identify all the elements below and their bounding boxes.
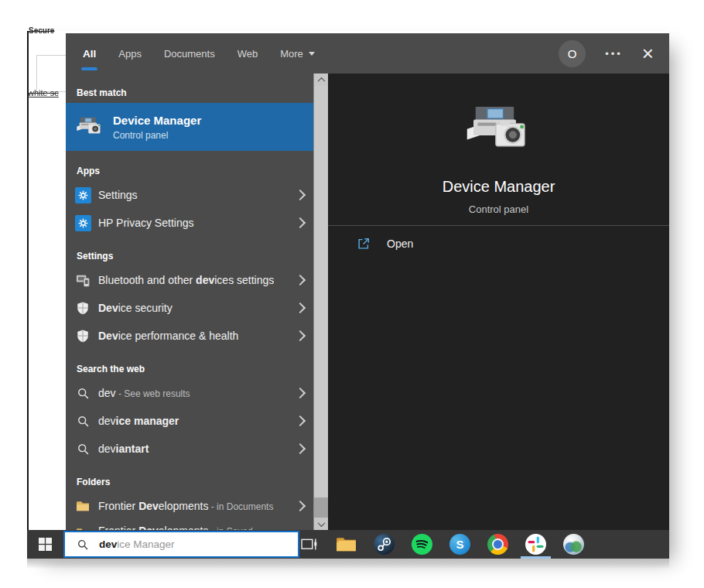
background-caption-text: white sc [28, 88, 66, 97]
device-manager-icon [465, 101, 533, 161]
section-header-best-match: Best match [66, 74, 313, 103]
taskbar-item-spotify[interactable] [403, 530, 441, 559]
section-header-apps: Apps [66, 151, 313, 181]
chevron-right-icon[interactable] [295, 443, 306, 454]
section-header-search-web: Search the web [66, 350, 313, 379]
chevron-right-icon[interactable] [295, 330, 306, 341]
task-view-icon [301, 538, 317, 551]
globe-app-icon [563, 534, 584, 555]
open-icon [357, 237, 371, 251]
shield-icon [76, 301, 90, 315]
windows-logo-icon [39, 538, 52, 551]
task-view-button[interactable] [294, 530, 323, 559]
taskbar-item-file-explorer[interactable] [327, 530, 365, 559]
scrollbar[interactable] [313, 74, 328, 530]
running-app-indicator [521, 556, 551, 559]
tab-all[interactable]: All [83, 33, 96, 74]
screen: Secure white sc All Apps Documents Web M… [0, 0, 704, 588]
tab-apps[interactable]: Apps [118, 33, 142, 74]
shield-icon [76, 329, 90, 343]
devices-icon [76, 273, 91, 288]
search-icon [77, 538, 89, 551]
chevron-down-icon [309, 52, 315, 56]
chevron-right-icon[interactable] [295, 275, 306, 285]
page-border-line [27, 31, 29, 530]
result-label: Device security [98, 302, 296, 314]
tab-web[interactable]: Web [238, 33, 258, 74]
scroll-up-icon[interactable] [314, 74, 328, 86]
scrollbar-thumb[interactable] [314, 86, 328, 497]
result-item-bluetooth-devices[interactable]: Bluetooth and other devices settings [66, 266, 313, 294]
device-manager-icon [76, 115, 104, 139]
web-suggestion-device-manager[interactable]: device manager [66, 407, 313, 435]
taskbar-item-chrome[interactable] [479, 530, 517, 559]
result-label: HP Privacy Settings [98, 217, 296, 229]
skype-icon: S [449, 534, 470, 555]
result-item-device-security[interactable]: Device security [66, 294, 313, 322]
tab-documents[interactable]: Documents [164, 33, 215, 74]
bottom-fade [27, 559, 669, 569]
section-header-settings: Settings [66, 237, 313, 266]
steam-icon [374, 534, 395, 555]
start-button[interactable] [27, 530, 63, 559]
search-text: device Manager [99, 538, 175, 550]
tab-more-label: More [280, 48, 303, 60]
chevron-right-icon[interactable] [295, 190, 306, 200]
chevron-right-icon[interactable] [295, 388, 306, 398]
preview-panel: Device Manager Control panel Open [328, 74, 669, 530]
user-avatar[interactable]: O [559, 40, 586, 67]
chevron-right-icon[interactable] [295, 217, 306, 228]
folder-item-frontier-saved[interactable]: Frontier Developments - in Saved Games [66, 520, 313, 530]
results-list: Best match Device Manager Control panel … [66, 74, 313, 530]
search-icon [77, 415, 90, 428]
file-explorer-icon [336, 535, 357, 553]
slack-icon [525, 534, 546, 555]
chevron-right-icon[interactable] [295, 303, 306, 313]
chrome-icon [487, 534, 508, 555]
open-action[interactable]: Open [328, 226, 669, 262]
best-match-subtitle: Control panel [113, 130, 201, 141]
result-label: deviantart [98, 443, 296, 455]
close-icon[interactable]: × [642, 43, 654, 63]
result-item-device-performance[interactable]: Device performance & health [66, 322, 313, 350]
best-match-item[interactable]: Device Manager Control panel [66, 103, 313, 151]
search-tab-bar: All Apps Documents Web More O ••• × [66, 33, 669, 74]
taskbar-icons: S [327, 530, 593, 559]
settings-gear-icon [75, 215, 91, 231]
result-label: Settings [98, 189, 296, 201]
result-label: Bluetooth and other devices settings [98, 274, 296, 286]
search-icon [77, 387, 90, 400]
result-label: Device performance & health [98, 330, 296, 342]
chevron-right-icon[interactable] [295, 501, 306, 511]
preview-subtitle: Control panel [328, 203, 669, 215]
flyout-body: Best match Device Manager Control panel … [66, 74, 669, 530]
taskbar-search-input[interactable]: device Manager [63, 531, 299, 558]
taskbar-item-skype[interactable]: S [441, 530, 479, 559]
result-label: Frontier Developments - in Documents [98, 500, 296, 512]
tab-more[interactable]: More [280, 33, 315, 74]
result-label: Frontier Developments - in Saved Games [98, 523, 296, 530]
open-label: Open [387, 238, 413, 250]
taskbar-item-globe-app[interactable] [555, 530, 593, 559]
result-item-hp-privacy-settings[interactable]: HP Privacy Settings [66, 209, 313, 237]
spotify-icon [412, 534, 432, 555]
section-header-folders: Folders [66, 463, 313, 492]
result-item-settings[interactable]: Settings [66, 181, 313, 209]
web-suggestion-deviantart[interactable]: deviantart [66, 435, 313, 463]
taskbar: device Manager S [27, 530, 669, 559]
preview-title: Device Manager [328, 178, 669, 196]
result-label: dev - See web results [98, 387, 296, 399]
best-match-title: Device Manager [113, 114, 201, 127]
result-label: device manager [98, 415, 296, 427]
taskbar-item-steam[interactable] [365, 530, 403, 559]
chevron-right-icon[interactable] [295, 415, 306, 426]
tabbar-controls: O ••• × [559, 40, 669, 67]
folder-icon [76, 500, 90, 512]
web-suggestion-dev[interactable]: dev - See web results [66, 379, 313, 407]
scroll-down-icon[interactable] [314, 518, 328, 530]
search-icon [77, 443, 90, 456]
taskbar-item-slack[interactable] [517, 530, 555, 559]
settings-gear-icon [75, 187, 91, 203]
more-options-icon[interactable]: ••• [605, 48, 623, 60]
folder-item-frontier-documents[interactable]: Frontier Developments - in Documents [66, 492, 313, 520]
